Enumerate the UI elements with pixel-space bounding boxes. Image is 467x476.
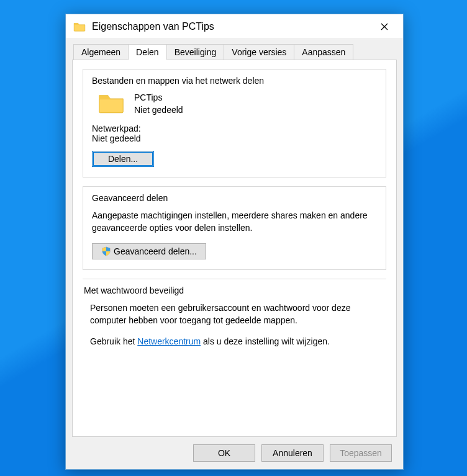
network-center-link[interactable]: Netwerkcentrum <box>137 336 201 346</box>
dialog-footer: OK Annuleren Toepassen <box>72 437 397 463</box>
password-hint-post: als u deze instelling wilt wijzigen. <box>201 336 330 346</box>
tab-delen[interactable]: Delen <box>128 44 167 60</box>
apply-button[interactable]: Toepassen <box>330 444 392 462</box>
tab-algemeen[interactable]: Algemeen <box>73 44 129 60</box>
properties-dialog: Eigenschappen van PCTips Algemeen Delen … <box>65 14 404 470</box>
close-button[interactable] <box>370 17 398 36</box>
window-title: Eigenschappen van PCTips <box>92 21 370 32</box>
tab-vorige-versies[interactable]: Vorige versies <box>224 44 294 60</box>
tab-strip: Algemeen Delen Beveiliging Vorige versie… <box>72 44 397 60</box>
group-advanced-sharing: Geavanceerd delen Aangepaste machtiginge… <box>83 186 386 270</box>
folder-icon <box>98 92 124 114</box>
advanced-sharing-button[interactable]: Geavanceerd delen... <box>92 243 206 259</box>
folder-share-status: Niet gedeeld <box>134 104 183 117</box>
group-password-title: Met wachtwoord beveiligd <box>84 285 385 295</box>
advanced-sharing-description: Aangepaste machtigingen instellen, meerd… <box>92 209 377 235</box>
tab-panel-delen: Bestanden en mappen via het netwerk dele… <box>72 60 397 437</box>
tab-aanpassen[interactable]: Aanpassen <box>294 44 353 60</box>
group-network-sharing-title: Bestanden en mappen via het netwerk dele… <box>92 76 377 86</box>
folder-summary: PCTips Niet gedeeld <box>98 92 377 116</box>
dialog-body: Algemeen Delen Beveiliging Vorige versie… <box>66 39 403 469</box>
ok-button[interactable]: OK <box>193 444 255 462</box>
folder-icon <box>73 22 86 32</box>
password-description: Personen moeten een gebruikersaccount en… <box>84 302 385 327</box>
titlebar: Eigenschappen van PCTips <box>66 14 403 39</box>
password-hint: Gebruik het Netwerkcentrum als u deze in… <box>84 335 385 348</box>
uac-shield-icon <box>101 246 111 256</box>
network-path-label: Netwerkpad: <box>92 123 377 133</box>
tab-beveiliging[interactable]: Beveiliging <box>166 44 225 60</box>
share-button[interactable]: Delen... <box>92 151 154 167</box>
password-hint-pre: Gebruik het <box>90 336 137 346</box>
group-password-protection: Met wachtwoord beveiligd Personen moeten… <box>83 279 386 361</box>
cancel-button[interactable]: Annuleren <box>261 444 324 462</box>
group-advanced-sharing-title: Geavanceerd delen <box>92 193 377 203</box>
folder-info: PCTips Niet gedeeld <box>134 92 183 116</box>
group-network-sharing: Bestanden en mappen via het netwerk dele… <box>83 69 386 177</box>
folder-name: PCTips <box>134 92 183 104</box>
network-path-value: Niet gedeeld <box>92 133 377 143</box>
close-icon <box>381 23 388 30</box>
advanced-sharing-button-label: Geavanceerd delen... <box>114 246 197 256</box>
